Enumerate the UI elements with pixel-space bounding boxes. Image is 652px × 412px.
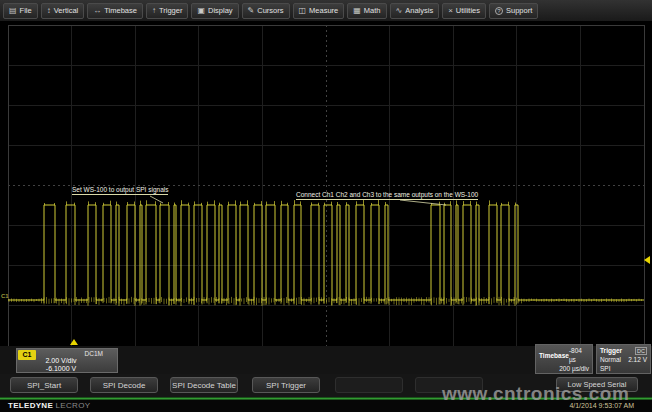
menu-item-label: Cursors	[257, 6, 283, 15]
math-icon: ▦	[353, 7, 361, 15]
menu-item-label: File	[20, 6, 32, 15]
c1-trace-spikes	[44, 200, 518, 306]
toolbar-button-spi-start[interactable]: SPI_Start	[10, 377, 78, 393]
timebase-label: Timebase	[539, 351, 569, 360]
annotation-connect-channels: Connect Ch1 Ch2 and Ch3 to the same outp…	[296, 191, 478, 200]
menu-item-display[interactable]: ▣Display	[191, 3, 238, 19]
menu-item-label: Analysis	[405, 6, 433, 15]
brand-logo: TELEDYNE LECROY	[8, 401, 90, 410]
toolbar-empty-slot	[335, 377, 403, 393]
analysis-icon: ∿	[396, 7, 403, 15]
timebase-delay: -804 µs	[569, 346, 589, 364]
menu-item-file[interactable]: ▤File	[3, 3, 38, 19]
oscilloscope-screen: ▤File↕Vertical↔Timebase↑Trigger▣Display✎…	[0, 0, 652, 412]
menu-item-vertical[interactable]: ↕Vertical	[41, 3, 85, 19]
c1-trace-noise	[9, 297, 642, 306]
trigger-level: 2.12 V	[628, 355, 647, 364]
toolbar-button-spi-trigger[interactable]: SPI Trigger	[252, 377, 320, 393]
menu-item-math[interactable]: ▦Math	[347, 3, 386, 19]
trace-label-c1: C1	[1, 293, 9, 299]
brand-teledyne: TELEDYNE	[8, 401, 53, 410]
timebase-descriptor[interactable]: Timebase -804 µs 200 µs/div 100 kS 50 MS…	[535, 344, 593, 374]
menubar-items: ▤File↕Vertical↔Timebase↑Trigger▣Display✎…	[3, 3, 541, 19]
trigger-level-marker[interactable]	[644, 256, 650, 264]
menu-item-label: Support	[506, 6, 532, 15]
menu-item-timebase[interactable]: ↔Timebase	[87, 3, 143, 19]
trigger-mode: Normal	[600, 355, 621, 364]
trigger-label: Trigger	[600, 346, 622, 355]
watermark: www.cntronics.com	[442, 383, 629, 405]
timebase-icon: ↔	[93, 7, 101, 15]
toolbar-button-spi-decode-table[interactable]: SPI Decode Table	[170, 377, 238, 393]
trigger-time-marker[interactable]	[70, 339, 78, 345]
timebase-scale: 200 µs/div	[559, 364, 589, 373]
menu-item-label: Trigger	[159, 6, 182, 15]
trigger-coupling-badge: DC	[635, 347, 647, 355]
menu-item-label: Timebase	[104, 6, 137, 15]
menubar: ▤File↕Vertical↔Timebase↑Trigger▣Display✎…	[0, 0, 652, 22]
brand-lecroy: LECROY	[56, 401, 91, 410]
toolbar-button-spi-decode[interactable]: SPI Decode	[90, 377, 158, 393]
menu-item-cursors[interactable]: ✎Cursors	[242, 3, 290, 19]
menu-item-support[interactable]: ?Support	[489, 3, 538, 19]
utilities-icon: ×	[448, 7, 453, 15]
vertical-icon: ↕	[47, 7, 51, 15]
c1-trace	[8, 205, 644, 300]
trigger-icon: ↑	[152, 7, 156, 15]
file-icon: ▤	[9, 7, 17, 15]
display-icon: ▣	[197, 7, 205, 15]
measure-icon: ◫	[299, 7, 307, 15]
menu-item-measure[interactable]: ◫Measure	[293, 3, 345, 19]
menu-item-label: Math	[364, 6, 381, 15]
channel-c1-descriptor[interactable]: C1 DC1M 2.00 V/div -6.1000 V	[16, 348, 118, 373]
menu-item-label: Vertical	[54, 6, 79, 15]
descriptor-row: C1 DC1M 2.00 V/div -6.1000 V Timebase -8…	[0, 346, 652, 374]
support-icon: ?	[495, 7, 503, 15]
trigger-descriptor[interactable]: Trigger DC Normal 2.12 V SPI	[596, 344, 651, 374]
annotation-set-ws100: Set WS-100 to output SPI signals	[72, 186, 168, 195]
channel-coupling: DC1M	[85, 350, 103, 357]
menu-item-label: Measure	[309, 6, 338, 15]
annotation-leader-1	[150, 196, 163, 203]
annotation-leader-2	[400, 200, 446, 205]
cursors-icon: ✎	[248, 7, 255, 15]
menu-item-analysis[interactable]: ∿Analysis	[390, 3, 440, 19]
menu-item-label: Utilities	[456, 6, 480, 15]
menu-item-label: Display	[208, 6, 233, 15]
channel-offset: -6.1000 V	[17, 365, 105, 372]
menu-item-utilities[interactable]: ×Utilities	[442, 3, 486, 19]
trigger-source: SPI	[600, 364, 610, 373]
channel-volts-per-div: 2.00 V/div	[17, 357, 105, 364]
menu-item-trigger[interactable]: ↑Trigger	[146, 3, 188, 19]
